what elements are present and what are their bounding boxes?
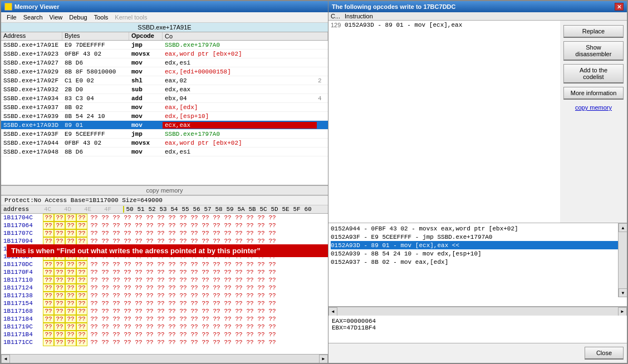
more-information-button[interactable]: More information: [563, 87, 624, 100]
disasm-row[interactable]: SSBD.exe+17A93FE9 5CEEFFFFjmpSSBD.exe+17…: [1, 130, 328, 139]
close-button[interactable]: Close: [585, 347, 624, 360]
disasm-row[interactable]: SSBD.exe+17A9278B D6movedx,esi: [1, 58, 328, 67]
hex-cell: ??: [133, 222, 144, 229]
disasm-extra: 2: [317, 77, 328, 84]
disasm-row[interactable]: SSBD.exe+17A9488B D6movedx,esi: [1, 147, 328, 156]
memory-icon: [4, 3, 12, 11]
disasm-row[interactable]: SSBD.exe+17A9398B 54 24 10movedx,[esp+10…: [1, 112, 328, 121]
hex-cell: ??: [111, 261, 122, 268]
titlebar-close-button[interactable]: ✕: [615, 3, 624, 11]
hex-cell: ??: [133, 261, 144, 268]
hex-cell: ??: [155, 222, 166, 229]
hex-cell: ??: [211, 230, 222, 237]
hex-cell: ??: [122, 230, 133, 237]
hex-cell-fixed: ??: [43, 276, 54, 284]
hex-header-col: 5E: [280, 206, 291, 213]
hex-cell: ??: [211, 323, 222, 330]
scroll-up-arrow[interactable]: ▲: [619, 223, 627, 232]
hex-cell: ??: [166, 214, 178, 221]
hex-cell: ??: [200, 222, 211, 229]
right-titlebar: The following opcodes write to 17BC7DDC …: [328, 1, 627, 12]
menu-tools[interactable]: Tools: [91, 13, 112, 21]
hex-row[interactable]: 1B1170F4????????????????????????????????…: [1, 268, 328, 276]
disasm-scroll-track[interactable]: [337, 307, 618, 316]
hex-row[interactable]: 1B117138????????????????????????????????…: [1, 292, 328, 299]
hex-cell: ??: [256, 316, 267, 322]
hex-cell: ??: [244, 277, 256, 283]
hex-cell-fixed: ??: [54, 222, 65, 229]
replace-button[interactable]: Replace: [563, 25, 624, 38]
scroll-h-track[interactable]: [10, 355, 319, 363]
disasm-row[interactable]: SSBD.exe+17A93D89 01movecx,eax: [1, 121, 328, 130]
hex-cell-fixed: ??: [43, 307, 54, 315]
hex-cell-fixed: ??: [65, 276, 76, 284]
hex-cell: ??: [133, 269, 144, 276]
hex-cell: ??: [166, 269, 178, 276]
scroll-left-arrow[interactable]: ◀: [1, 355, 10, 363]
disasm-address: SSBD.exe+17A937: [1, 104, 62, 111]
menu-search[interactable]: Search: [20, 13, 46, 21]
disasm-row[interactable]: SSBD.exe+17A92FC1 E0 02shleax,022: [1, 76, 328, 85]
add-to-codelist-button[interactable]: Add to the codelist: [563, 64, 624, 83]
scroll-right-arrow[interactable]: ▶: [319, 355, 328, 363]
disasm-scrollbar-h[interactable]: ◀ ▶: [328, 307, 627, 316]
hex-header-col: 55: [180, 206, 191, 213]
hex-row[interactable]: 1B117064????????????????????????????????…: [1, 222, 328, 229]
scroll-v-track[interactable]: [619, 232, 627, 288]
hex-row[interactable]: 1B117110????????????????????????????????…: [1, 276, 328, 284]
hex-cell: ??: [256, 277, 267, 283]
hex-row[interactable]: 1B117154????????????????????????????????…: [1, 299, 328, 307]
hex-cell: ??: [178, 214, 189, 221]
disasm-row[interactable]: SSBD.exe+17A9298B 8F 58010000movecx,[edi…: [1, 67, 328, 76]
hex-row[interactable]: 1B11704C????????????????????????????????…: [1, 214, 328, 222]
scroll-down-arrow[interactable]: ▼: [619, 288, 627, 297]
disasm-row[interactable]: SSBD.exe+17A91EE9 7DEEFFFFjmpSSBD.exe+17…: [1, 41, 328, 50]
hex-row[interactable]: 1B1171B4????????????????????????????????…: [1, 331, 328, 338]
hex-row[interactable]: 1B117094????????????????????????????????…: [1, 237, 328, 245]
hex-row[interactable]: 1B117168????????????????????????????????…: [1, 307, 328, 315]
disasm-bytes: C1 E0 02: [62, 77, 129, 84]
hex-cell: ??: [267, 308, 278, 314]
hex-cell: ??: [189, 222, 200, 229]
hex-row[interactable]: 1B1171CC????????????????????????????????…: [1, 338, 328, 346]
hex-header-col: 52: [146, 206, 158, 213]
disasm-row[interactable]: SSBD.exe+17A9440FBF 43 02movsxeax,word p…: [1, 139, 328, 147]
disasm-row[interactable]: SSBD.exe+17A93483 C3 04addebx,044: [1, 94, 328, 103]
disasm-row[interactable]: SSBD.exe+17A9378B 02moveax,[edx]: [1, 103, 328, 112]
hex-cell: ??: [133, 284, 144, 291]
opcode-row[interactable]: 129 0152A93D - 89 01 - mov [ecx],eax: [328, 21, 560, 29]
hex-cell: ??: [166, 277, 178, 283]
hex-row[interactable]: 1B11719C????????????????????????????????…: [1, 323, 328, 331]
copy-memory-bar[interactable]: copy memory: [1, 185, 328, 195]
hex-cell-fixed: ??: [43, 284, 54, 292]
hex-row[interactable]: 1B11707C????????????????????????????????…: [1, 229, 328, 237]
disasm-address: SSBD.exe+17A93D: [1, 122, 62, 129]
hex-scrollbar-h[interactable]: ◀ ▶: [1, 354, 328, 363]
show-disassembler-button[interactable]: Show disassembler: [563, 41, 624, 61]
disasm-scroll-left[interactable]: ◀: [328, 307, 337, 316]
hex-cell: ??: [200, 308, 211, 314]
menu-view[interactable]: View: [46, 13, 66, 21]
menu-file[interactable]: File: [3, 13, 20, 21]
right-scrollbar-v[interactable]: ▲ ▼: [618, 223, 627, 297]
hex-row[interactable]: 1B117184????????????????????????????????…: [1, 315, 328, 323]
buttons-panel: Replace Show disassembler Add to the cod…: [560, 21, 627, 223]
hex-cell: ??: [89, 316, 100, 322]
hex-cell: ??: [267, 331, 278, 338]
hex-cell: ??: [100, 339, 111, 346]
hex-row[interactable]: 1B1170DC????????????????????????????????…: [1, 260, 328, 268]
disasm-row[interactable]: SSBD.exe+17A9322B D0subedx,eax: [1, 85, 328, 94]
opcodes-header-c: C...: [328, 13, 342, 19]
hex-cell: ??: [222, 323, 233, 330]
hex-cell: ??: [256, 292, 267, 299]
hex-cell: ??: [256, 238, 267, 244]
disasm-row[interactable]: SSBD.exe+17A9230FBF 43 02movsxeax,word p…: [1, 50, 328, 58]
hex-header-col: 5F: [291, 206, 302, 213]
hex-row[interactable]: 1B117124????????????????????????????????…: [1, 284, 328, 292]
disasm-output-line[interactable]: 0152A93D - 89 01 - mov [ecx],eax <<: [331, 241, 625, 249]
menu-debug[interactable]: Debug: [66, 13, 90, 21]
hex-row-addr: 1B11719C: [1, 323, 43, 330]
copy-memory-link[interactable]: copy memory: [563, 103, 624, 112]
hex-cell: ??: [166, 331, 178, 338]
disasm-scroll-right[interactable]: ▶: [618, 307, 627, 316]
